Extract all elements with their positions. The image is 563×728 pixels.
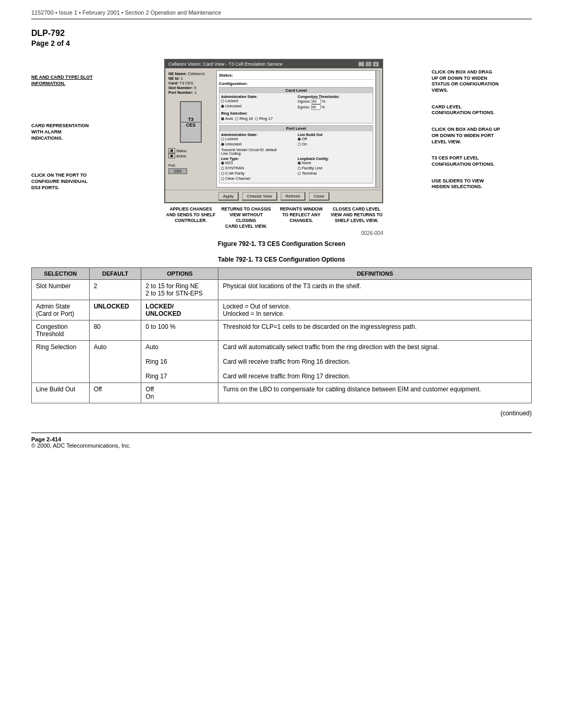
status-label: Status — [176, 149, 187, 153]
status-row: ▣ Status — [168, 148, 213, 153]
port-unlocked-radio[interactable] — [221, 143, 224, 146]
unlocked-radio[interactable] — [221, 105, 224, 108]
card-t3-label: T3 — [188, 117, 194, 122]
ring16-label: Ring 16 — [239, 116, 253, 121]
refresh-button[interactable]: Refresh — [280, 192, 305, 201]
locked-label: Locked — [225, 98, 238, 103]
off-radio[interactable] — [298, 138, 301, 141]
facility-radio[interactable] — [298, 167, 301, 170]
callout-t3-ces-port: T3 CES PORT LEVELCONFIGURATION OPTIONS. — [432, 155, 532, 167]
card-level-header: Card Level — [219, 88, 373, 93]
auto-radio[interactable] — [221, 117, 224, 120]
port-admin-label: Administrative State: — [221, 133, 295, 137]
footer-page: Page 2-414 — [31, 436, 532, 442]
syntran-row: SYNTRAN — [221, 166, 295, 170]
card-admin-row: Administrative State: Locked Unlocked — [221, 95, 371, 110]
callout-click-drag: CLICK ON BOX AND DRAGUP OR DOWN TO WIDEN… — [432, 69, 532, 94]
card-ces-label: CES — [181, 122, 201, 128]
m23-row: M23 — [221, 161, 295, 165]
minimize-btn[interactable]: _ — [358, 61, 364, 67]
cbit-row: C-bit Parity — [221, 171, 295, 176]
sim-left-panel: NE Name: Cellworx1 NE Id: 1 Card: T3 CES… — [167, 70, 214, 188]
repaints-callout: REPAINTS WINDOWTO REFLECT ANYCHANGES. — [275, 206, 328, 229]
cell-definitions: Physical slot locations of the T3 cards … — [218, 280, 532, 300]
m23-radio[interactable] — [221, 162, 224, 165]
admin-state-label: Administrative State: — [221, 95, 295, 98]
ring16-radio[interactable] — [235, 117, 238, 120]
close-button[interactable]: Close — [309, 192, 329, 201]
clear-radio[interactable] — [221, 177, 224, 180]
cell-definitions: Locked = Out of service.Unlocked = In se… — [218, 300, 532, 320]
ring17-radio[interactable] — [255, 117, 258, 120]
table-title: Table 792-1. T3 CES Configuration Option… — [31, 256, 532, 263]
off-label: Off — [302, 137, 307, 141]
none-radio[interactable] — [298, 162, 301, 165]
sim-window: Cellworx Vision: Card View - T3 Cell Emu… — [164, 59, 383, 203]
page-of: Page 2 of 4 — [31, 39, 532, 47]
callout-ne-card: NE AND CARD TYPE/ SLOT INFORMATION. — [31, 75, 116, 87]
auto-label: Auto — [225, 116, 233, 121]
chassis-button[interactable]: Chassis View — [242, 192, 277, 201]
port-text: Port — [168, 164, 213, 167]
right-scrollbar[interactable] — [376, 70, 380, 188]
col-definitions: DEFINITIONS — [218, 268, 532, 280]
sim-titlebar-btns: _ □ × — [358, 61, 379, 67]
port-level-box: Port Level Administrative State: Locked — [219, 125, 373, 183]
sim-window-title: Cellworx Vision: Card View - T3 Cell Emu… — [168, 61, 283, 67]
port-locked-radio[interactable] — [221, 138, 224, 141]
line-loopback: Line Type: M23 SYNTRAN — [221, 157, 371, 181]
cell-options: 0 to 100 % — [141, 320, 218, 341]
page-container: 1152700 • Issue 1 • February 2001 • Sect… — [0, 0, 563, 728]
sim-button-bar: Apply Chassis View Refresh Close — [165, 190, 382, 202]
status-section: Status: — [219, 73, 373, 80]
close-btn[interactable]: × — [373, 61, 379, 67]
none-row: None — [298, 161, 371, 165]
loopback-label: Loopback Config: — [298, 157, 371, 161]
cell-definitions: Threshold for CLP=1 cells to be discarde… — [218, 320, 532, 341]
syntran-label: SYNTRAN — [225, 166, 244, 170]
terminal-radio[interactable] — [298, 172, 301, 175]
continued-text: (continued) — [31, 410, 532, 417]
cbit-radio[interactable] — [221, 172, 224, 175]
table-header-row: SELECTION DEFAULT OPTIONS DEFINITIONS — [32, 268, 532, 280]
status-header: Status: — [219, 73, 233, 78]
port-box[interactable]: DS3 — [168, 168, 187, 174]
ring17-row: Ring 17 — [255, 116, 273, 121]
status-col: Status: — [219, 73, 233, 78]
ring17-label: Ring 17 — [259, 116, 273, 121]
apply-button[interactable]: Apply — [218, 192, 239, 201]
sim-body: NE Name: Cellworx1 NE Id: 1 Card: T3 CES… — [165, 68, 382, 190]
port-locked-label: Locked — [225, 137, 238, 141]
line-build-label: Line Build Out — [298, 133, 371, 137]
ne-name-label: NE Name: Cellworx1 — [168, 71, 213, 76]
on-row: On — [298, 142, 371, 146]
maximize-btn[interactable]: □ — [365, 61, 372, 67]
port-label: Port Number: 1 — [168, 90, 213, 95]
line-type-col: Line Type: M23 SYNTRAN — [221, 157, 295, 181]
egress-row: Egress: % — [298, 104, 371, 110]
vendor-row: Transmit Vendor Circuit ID: default — [221, 148, 371, 152]
egress-input[interactable] — [311, 104, 321, 110]
congestion-label: Congestion Thresholds: — [298, 95, 371, 98]
on-radio[interactable] — [298, 143, 301, 146]
cell-selection: Slot Number — [32, 280, 90, 300]
line-build-col: Line Build Out Off On — [298, 133, 371, 147]
card-label: Card: T3 CES — [168, 81, 213, 85]
ring-selection-row: Auto Ring 16 Ring 17 — [221, 116, 371, 121]
off-row: Off — [298, 137, 371, 141]
clear-label: Clear Channel — [225, 176, 250, 181]
footer-copyright: © 2000, ADC Telecommunications, Inc. — [31, 442, 532, 449]
port-unlocked-label: Unlocked — [225, 142, 241, 146]
syntran-radio[interactable] — [221, 167, 224, 170]
ring-selection-section: Ring Selection: Auto Ring 16 — [221, 112, 371, 121]
card-level-box: Card Level Administrative State: Locked — [219, 87, 373, 124]
locked-radio[interactable] — [221, 100, 224, 103]
sim-titlebar: Cellworx Vision: Card View - T3 Cell Emu… — [165, 60, 382, 68]
table-row: Admin State(Card or Port) UNLOCKED LOCKE… — [32, 300, 532, 320]
figure-caption: Figure 792-1. T3 CES Configuration Scree… — [31, 240, 532, 248]
cell-options: AutoRing 16Ring 17 — [141, 341, 218, 383]
ingress-input[interactable] — [312, 98, 321, 104]
sim-right-with-scroll: Status: Configuration: Card Level A — [216, 70, 380, 188]
port-admin-col: Administrative State: Locked Unlocked — [221, 133, 295, 147]
sim-right-panel: Status: Configuration: Card Level A — [216, 70, 376, 188]
